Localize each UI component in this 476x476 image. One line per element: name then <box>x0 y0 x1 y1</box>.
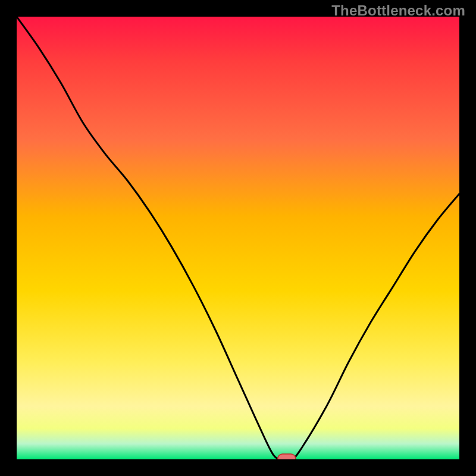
optimal-marker <box>278 454 296 459</box>
chart-svg <box>17 17 459 459</box>
gradient-background <box>17 17 459 459</box>
plot-area <box>17 17 459 459</box>
chart-frame: TheBottleneck.com <box>0 0 476 476</box>
watermark-text: TheBottleneck.com <box>331 2 465 19</box>
